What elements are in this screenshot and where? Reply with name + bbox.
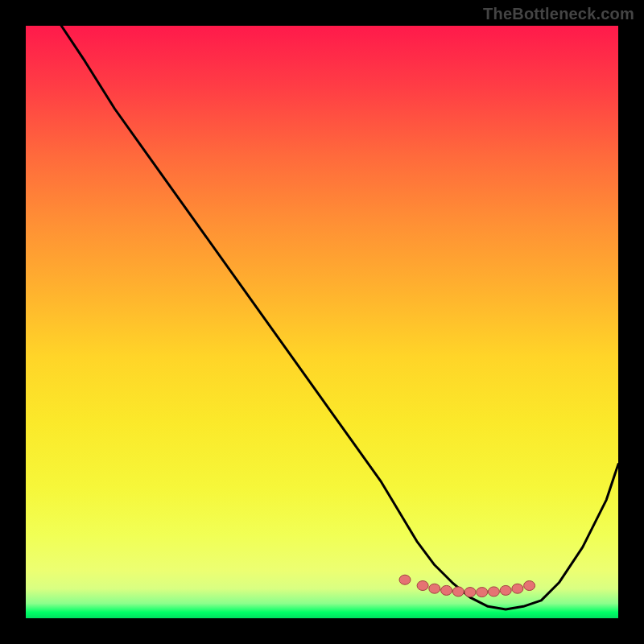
plot-area [26, 26, 618, 618]
optimal-marker [429, 584, 440, 593]
optimal-marker [452, 587, 464, 597]
outer-frame: TheBottleneck.com [0, 0, 644, 644]
optimal-marker [441, 585, 452, 595]
curve-layer [26, 26, 618, 618]
optimal-marker [500, 585, 511, 595]
optimal-marker [399, 575, 411, 584]
optimal-marker [477, 588, 488, 597]
optimal-range-markers [399, 575, 535, 597]
optimal-marker [488, 587, 499, 597]
optimal-marker [512, 584, 523, 593]
bottleneck-curve [61, 26, 618, 609]
optimal-marker [464, 588, 476, 597]
watermark-text: TheBottleneck.com [483, 5, 634, 23]
optimal-marker [524, 581, 535, 591]
optimal-marker [417, 581, 428, 591]
